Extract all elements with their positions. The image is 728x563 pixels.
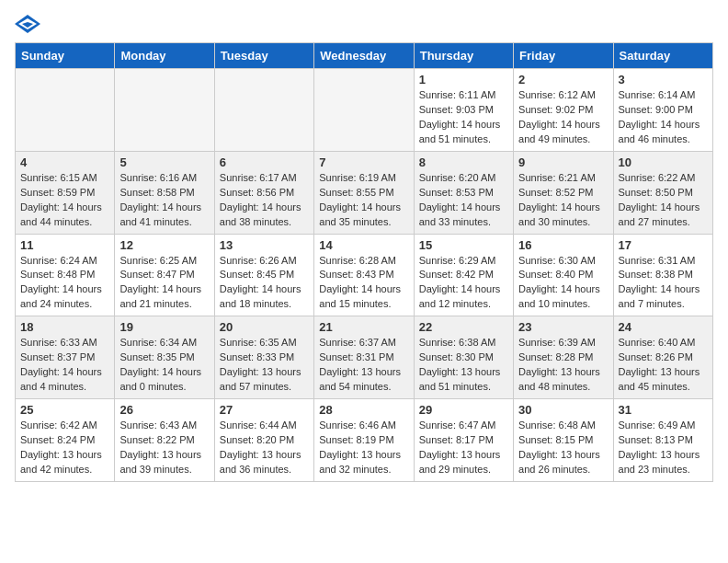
day-info: Sunrise: 6:14 AMSunset: 9:00 PMDaylight:… bbox=[619, 88, 708, 147]
day-number: 1 bbox=[419, 73, 508, 86]
day-info: Sunrise: 6:44 AMSunset: 8:20 PMDaylight:… bbox=[220, 419, 309, 477]
day-number: 9 bbox=[518, 155, 608, 169]
calendar-cell: 29Sunrise: 6:47 AMSunset: 8:17 PMDayligh… bbox=[414, 399, 513, 482]
day-info: Sunrise: 6:49 AMSunset: 8:13 PMDaylight:… bbox=[619, 419, 708, 477]
day-number: 27 bbox=[220, 403, 309, 417]
day-number: 20 bbox=[220, 320, 309, 334]
calendar-cell: 9Sunrise: 6:21 AMSunset: 8:52 PMDaylight… bbox=[514, 151, 613, 234]
day-number: 21 bbox=[319, 320, 408, 334]
calendar-cell: 19Sunrise: 6:34 AMSunset: 8:35 PMDayligh… bbox=[115, 316, 214, 399]
day-number: 28 bbox=[319, 403, 408, 417]
calendar-header-friday: Friday bbox=[514, 43, 613, 69]
calendar-cell: 28Sunrise: 6:46 AMSunset: 8:19 PMDayligh… bbox=[314, 399, 414, 482]
calendar-cell: 8Sunrise: 6:20 AMSunset: 8:53 PMDaylight… bbox=[414, 151, 513, 234]
calendar-cell: 2Sunrise: 6:12 AMSunset: 9:02 PMDaylight… bbox=[514, 69, 613, 152]
day-number: 24 bbox=[619, 320, 708, 334]
calendar-week-row: 4Sunrise: 6:15 AMSunset: 8:59 PMDaylight… bbox=[16, 151, 713, 234]
day-info: Sunrise: 6:28 AMSunset: 8:43 PMDaylight:… bbox=[319, 254, 408, 313]
day-info: Sunrise: 6:34 AMSunset: 8:35 PMDaylight:… bbox=[119, 336, 209, 395]
calendar-cell: 3Sunrise: 6:14 AMSunset: 9:00 PMDaylight… bbox=[613, 69, 712, 152]
calendar-header-tuesday: Tuesday bbox=[214, 43, 313, 69]
calendar-cell: 15Sunrise: 6:29 AMSunset: 8:42 PMDayligh… bbox=[414, 234, 513, 316]
calendar-week-row: 25Sunrise: 6:42 AMSunset: 8:24 PMDayligh… bbox=[16, 399, 713, 482]
calendar-cell bbox=[214, 69, 313, 152]
calendar-cell: 31Sunrise: 6:49 AMSunset: 8:13 PMDayligh… bbox=[613, 399, 712, 482]
day-number: 31 bbox=[619, 403, 708, 417]
calendar-cell: 16Sunrise: 6:30 AMSunset: 8:40 PMDayligh… bbox=[514, 234, 613, 316]
day-number: 29 bbox=[419, 403, 508, 417]
calendar-header-wednesday: Wednesday bbox=[314, 43, 414, 69]
calendar-cell: 26Sunrise: 6:43 AMSunset: 8:22 PMDayligh… bbox=[115, 399, 214, 482]
day-info: Sunrise: 6:22 AMSunset: 8:50 PMDaylight:… bbox=[619, 171, 708, 230]
day-info: Sunrise: 6:35 AMSunset: 8:33 PMDaylight:… bbox=[220, 336, 309, 395]
calendar-cell: 4Sunrise: 6:15 AMSunset: 8:59 PMDaylight… bbox=[16, 151, 115, 234]
day-number: 11 bbox=[20, 238, 109, 252]
header bbox=[15, 15, 713, 33]
day-number: 6 bbox=[220, 155, 309, 169]
day-number: 17 bbox=[619, 238, 708, 252]
day-number: 13 bbox=[220, 238, 309, 252]
day-number: 22 bbox=[419, 320, 508, 334]
day-info: Sunrise: 6:20 AMSunset: 8:53 PMDaylight:… bbox=[419, 171, 508, 230]
day-info: Sunrise: 6:19 AMSunset: 8:55 PMDaylight:… bbox=[319, 171, 408, 230]
day-number: 5 bbox=[119, 155, 209, 169]
calendar-cell: 27Sunrise: 6:44 AMSunset: 8:20 PMDayligh… bbox=[214, 399, 313, 482]
calendar-header-thursday: Thursday bbox=[414, 43, 513, 69]
day-info: Sunrise: 6:40 AMSunset: 8:26 PMDaylight:… bbox=[619, 336, 708, 395]
day-info: Sunrise: 6:39 AMSunset: 8:28 PMDaylight:… bbox=[518, 336, 608, 395]
day-info: Sunrise: 6:17 AMSunset: 8:56 PMDaylight:… bbox=[220, 171, 309, 230]
day-number: 4 bbox=[20, 155, 109, 169]
calendar-cell bbox=[314, 69, 414, 152]
logo bbox=[15, 15, 44, 33]
calendar-week-row: 1Sunrise: 6:11 AMSunset: 9:03 PMDaylight… bbox=[16, 69, 713, 152]
calendar-cell: 13Sunrise: 6:26 AMSunset: 8:45 PMDayligh… bbox=[214, 234, 313, 316]
day-number: 14 bbox=[319, 238, 408, 252]
day-info: Sunrise: 6:21 AMSunset: 8:52 PMDaylight:… bbox=[518, 171, 608, 230]
day-number: 8 bbox=[419, 155, 508, 169]
day-info: Sunrise: 6:43 AMSunset: 8:22 PMDaylight:… bbox=[119, 419, 209, 477]
day-number: 3 bbox=[619, 73, 708, 86]
day-info: Sunrise: 6:42 AMSunset: 8:24 PMDaylight:… bbox=[20, 419, 109, 477]
day-number: 30 bbox=[518, 403, 608, 417]
day-info: Sunrise: 6:12 AMSunset: 9:02 PMDaylight:… bbox=[518, 88, 608, 147]
calendar-cell: 23Sunrise: 6:39 AMSunset: 8:28 PMDayligh… bbox=[514, 316, 613, 399]
calendar-cell: 14Sunrise: 6:28 AMSunset: 8:43 PMDayligh… bbox=[314, 234, 414, 316]
day-info: Sunrise: 6:31 AMSunset: 8:38 PMDaylight:… bbox=[619, 254, 708, 313]
day-number: 16 bbox=[518, 238, 608, 252]
calendar-cell bbox=[16, 69, 115, 152]
calendar-cell: 5Sunrise: 6:16 AMSunset: 8:58 PMDaylight… bbox=[115, 151, 214, 234]
day-info: Sunrise: 6:47 AMSunset: 8:17 PMDaylight:… bbox=[419, 419, 508, 477]
calendar-cell: 22Sunrise: 6:38 AMSunset: 8:30 PMDayligh… bbox=[414, 316, 513, 399]
calendar-cell: 17Sunrise: 6:31 AMSunset: 8:38 PMDayligh… bbox=[613, 234, 712, 316]
day-number: 2 bbox=[518, 73, 608, 86]
day-number: 26 bbox=[119, 403, 209, 417]
day-info: Sunrise: 6:46 AMSunset: 8:19 PMDaylight:… bbox=[319, 419, 408, 477]
calendar-cell: 1Sunrise: 6:11 AMSunset: 9:03 PMDaylight… bbox=[414, 69, 513, 152]
day-info: Sunrise: 6:26 AMSunset: 8:45 PMDaylight:… bbox=[220, 254, 309, 313]
calendar-header-monday: Monday bbox=[115, 43, 214, 69]
day-info: Sunrise: 6:29 AMSunset: 8:42 PMDaylight:… bbox=[419, 254, 508, 313]
day-number: 18 bbox=[20, 320, 109, 334]
day-info: Sunrise: 6:24 AMSunset: 8:48 PMDaylight:… bbox=[20, 254, 109, 313]
day-info: Sunrise: 6:16 AMSunset: 8:58 PMDaylight:… bbox=[119, 171, 209, 230]
calendar-week-row: 11Sunrise: 6:24 AMSunset: 8:48 PMDayligh… bbox=[16, 234, 713, 316]
calendar-week-row: 18Sunrise: 6:33 AMSunset: 8:37 PMDayligh… bbox=[16, 316, 713, 399]
calendar: SundayMondayTuesdayWednesdayThursdayFrid… bbox=[15, 42, 713, 482]
day-info: Sunrise: 6:15 AMSunset: 8:59 PMDaylight:… bbox=[20, 171, 109, 230]
day-info: Sunrise: 6:25 AMSunset: 8:47 PMDaylight:… bbox=[119, 254, 209, 313]
day-info: Sunrise: 6:30 AMSunset: 8:40 PMDaylight:… bbox=[518, 254, 608, 313]
logo-icon bbox=[15, 15, 40, 33]
calendar-cell: 30Sunrise: 6:48 AMSunset: 8:15 PMDayligh… bbox=[514, 399, 613, 482]
calendar-header-row: SundayMondayTuesdayWednesdayThursdayFrid… bbox=[16, 43, 713, 69]
day-number: 15 bbox=[419, 238, 508, 252]
day-info: Sunrise: 6:38 AMSunset: 8:30 PMDaylight:… bbox=[419, 336, 508, 395]
calendar-header-sunday: Sunday bbox=[16, 43, 115, 69]
calendar-cell: 25Sunrise: 6:42 AMSunset: 8:24 PMDayligh… bbox=[16, 399, 115, 482]
day-info: Sunrise: 6:33 AMSunset: 8:37 PMDaylight:… bbox=[20, 336, 109, 395]
day-info: Sunrise: 6:48 AMSunset: 8:15 PMDaylight:… bbox=[518, 419, 608, 477]
day-number: 19 bbox=[119, 320, 209, 334]
calendar-cell: 20Sunrise: 6:35 AMSunset: 8:33 PMDayligh… bbox=[214, 316, 313, 399]
day-number: 10 bbox=[619, 155, 708, 169]
day-number: 7 bbox=[319, 155, 408, 169]
calendar-cell bbox=[115, 69, 214, 152]
